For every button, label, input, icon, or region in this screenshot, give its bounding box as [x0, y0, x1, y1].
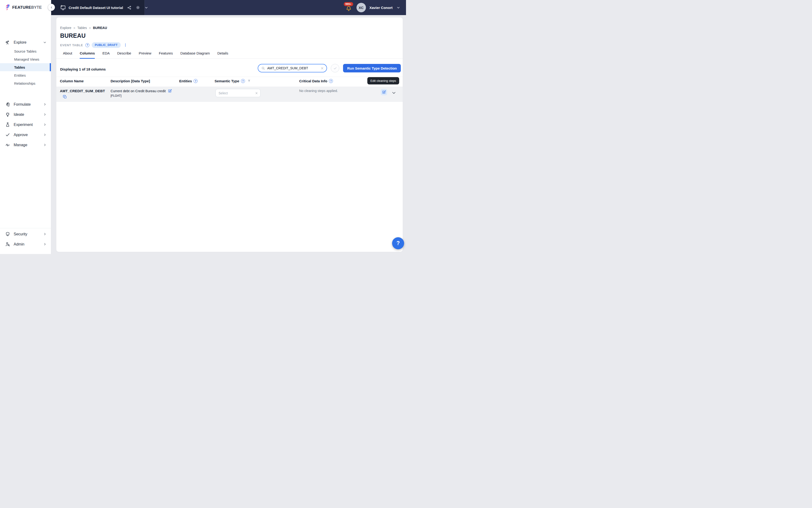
chevron-down-icon[interactable]: [396, 6, 400, 10]
breadcrumb-separator: >: [89, 26, 91, 30]
sidebar-item-relationships[interactable]: Relationships: [0, 79, 51, 87]
topbar: Credit Default Dataset UI tutorial 999+: [51, 0, 406, 15]
breadcrumb: Explore > Tables > BUREAU: [56, 17, 403, 30]
tab-about[interactable]: About: [63, 51, 72, 59]
user-cluster: 999+ XC Xavier Conort: [346, 3, 406, 12]
sidebar-item-formulate[interactable]: Formulate: [0, 99, 51, 110]
explore-subnav: Source Tables Managed Views Tables Entit…: [0, 47, 51, 87]
select-placeholder: Select: [219, 91, 255, 95]
confirm-semantic-types-button[interactable]: [331, 64, 339, 72]
sidebar-item-label: Formulate: [14, 102, 31, 107]
featurebyte-logo-text: FEATUREBYTE: [12, 5, 42, 10]
sidebar-item-managed-views[interactable]: Managed Views: [0, 55, 51, 63]
header-critical-data-info: Critical Data Info ?: [299, 79, 376, 83]
tab-describe[interactable]: Describe: [117, 51, 131, 59]
chevron-right-icon: [43, 232, 47, 236]
main-content-card: Explore > Tables > BUREAU BUREAU EVENT T…: [56, 17, 403, 252]
sidebar-item-label: Explore: [14, 40, 27, 45]
telescope-icon: [5, 40, 10, 45]
column-count-summary: Displaying 1 of 18 columns: [60, 67, 106, 72]
header-entities: Entities ?: [179, 79, 215, 83]
cell-critical-data-info: No cleaning steps applied.: [299, 89, 376, 93]
tab-database-diagram[interactable]: Database Diagram: [180, 51, 210, 59]
sidebar-item-approve[interactable]: Approve: [0, 130, 51, 140]
tab-features[interactable]: Features: [159, 51, 173, 59]
header-description: Description [Data Type]: [110, 79, 179, 83]
clear-select-icon[interactable]: [255, 92, 258, 94]
gear-icon[interactable]: [136, 5, 140, 10]
header-column-name: Column Name: [60, 79, 110, 83]
tab-details[interactable]: Details: [217, 51, 228, 59]
column-name-value: AMT_CREDIT_SUM_DEBT: [60, 89, 110, 93]
sidebar-item-tables[interactable]: Tables: [0, 63, 51, 71]
sidebar-item-ideate[interactable]: Ideate: [0, 110, 51, 120]
chevron-right-icon: [43, 143, 47, 147]
breadcrumb-tables[interactable]: Tables: [77, 26, 87, 30]
chevron-right-icon: [43, 133, 47, 136]
sidebar-item-label: Manage: [14, 143, 27, 147]
check-icon: [5, 132, 10, 137]
tab-eda[interactable]: EDA: [102, 51, 109, 59]
data-type-value: [FLOAT]: [110, 94, 179, 97]
help-question-icon[interactable]: ?: [193, 79, 197, 83]
status-badge: PUBLIC_DRAFT: [92, 42, 121, 48]
breadcrumb-current: BUREAU: [93, 26, 107, 30]
project-tab[interactable]: Credit Default Dataset UI tutorial: [51, 0, 145, 15]
chevron-left-icon: [50, 6, 53, 9]
avatar[interactable]: XC: [357, 3, 366, 12]
help-question-icon[interactable]: ?: [241, 79, 245, 83]
featurebyte-logo-icon: [5, 4, 10, 11]
run-semantic-type-detection-button[interactable]: Run Semantic Type Detection: [343, 64, 401, 72]
lightbulb-icon: [5, 112, 10, 117]
sidebar-item-manage[interactable]: Manage: [0, 140, 51, 150]
breadcrumb-explore[interactable]: Explore: [60, 26, 71, 30]
kebab-menu-icon[interactable]: [124, 43, 127, 47]
edit-description-icon[interactable]: [168, 89, 172, 93]
table-row: AMT_CREDIT_SUM_DEBT Current debt on Cred…: [56, 87, 403, 102]
sidebar-item-label: Experiment: [14, 123, 33, 127]
collapse-sidebar-button[interactable]: [48, 4, 55, 11]
user-name: Xavier Conort: [369, 6, 393, 10]
help-button[interactable]: ?: [392, 237, 404, 249]
featurebyte-logo[interactable]: FEATUREBYTE: [0, 0, 51, 15]
search-icon: [261, 66, 265, 70]
help-question-icon[interactable]: ?: [85, 43, 89, 47]
check-icon: [333, 66, 337, 71]
column-search-input[interactable]: AMT_CREDIT_SUM_DEBT: [258, 64, 327, 72]
sidebar-item-source-tables[interactable]: Source Tables: [0, 47, 51, 55]
table-type-label: EVENT TABLE: [60, 43, 83, 47]
edit-cleaning-steps-tooltip: Edit cleaning steps: [367, 77, 399, 84]
sidebar-item-experiment[interactable]: Experiment: [0, 120, 51, 130]
sidebar-bottom-group: Security Admin: [0, 228, 51, 254]
filter-funnel-icon[interactable]: [247, 79, 251, 83]
description-value: Current debt on Credit Bureau credit: [110, 89, 166, 93]
sidebar-item-security[interactable]: Security: [0, 229, 51, 239]
clear-search-icon[interactable]: [321, 67, 324, 70]
cell-column-name: AMT_CREDIT_SUM_DEBT: [60, 89, 110, 100]
semantic-type-select[interactable]: Select: [216, 89, 261, 97]
header-semantic-type: Semantic Type ?: [215, 79, 299, 83]
cell-description: Current debt on Credit Bureau credit [FL…: [110, 89, 179, 97]
tab-bar: About Columns EDA Describe Preview Featu…: [56, 51, 403, 59]
copy-icon[interactable]: [63, 94, 67, 99]
sidebar-item-label: Approve: [14, 133, 28, 137]
sidebar-item-entities[interactable]: Entities: [0, 71, 51, 79]
table-meta-row: EVENT TABLE ? PUBLIC_DRAFT: [56, 39, 403, 48]
share-icon[interactable]: [127, 5, 132, 10]
flask-icon: [5, 122, 10, 127]
shield-check-icon: [5, 231, 10, 237]
edit-cleaning-steps-button[interactable]: [381, 89, 387, 95]
notification-count-badge: 999+: [344, 2, 353, 6]
sidebar-item-admin[interactable]: Admin: [0, 239, 51, 249]
monitor-check-icon: [60, 5, 66, 11]
tab-preview[interactable]: Preview: [139, 51, 151, 59]
chevron-right-icon: [43, 102, 47, 106]
cell-actions: [376, 89, 399, 95]
tab-columns[interactable]: Columns: [80, 51, 95, 59]
notifications-bell[interactable]: 999+: [346, 5, 352, 11]
expand-row-chevron-icon[interactable]: [392, 91, 396, 95]
sidebar-item-explore[interactable]: Explore: [0, 38, 51, 47]
help-question-icon[interactable]: ?: [329, 79, 333, 83]
chevron-down-icon[interactable]: [144, 6, 148, 10]
head-gear-icon: [5, 102, 10, 107]
